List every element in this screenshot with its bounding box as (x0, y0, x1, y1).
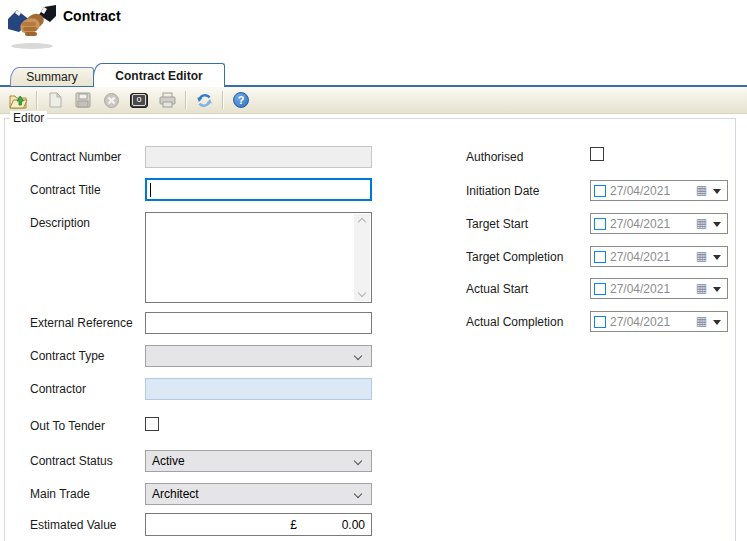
toolbar-separator (36, 91, 37, 109)
date-enable-checkbox[interactable] (594, 316, 606, 328)
calendar-icon: ▦ (696, 314, 707, 329)
toolbar: o ? (0, 87, 747, 114)
toolbar-separator (222, 91, 223, 109)
scroll-up-icon[interactable] (358, 218, 366, 226)
folder-open-up-icon (9, 92, 28, 109)
tab-contract-editor[interactable]: Contract Editor (93, 63, 225, 87)
tab-summary[interactable]: Summary (10, 67, 94, 86)
calendar-icon: ▦ (696, 281, 707, 296)
page-title: Contract (63, 8, 121, 24)
actual-start-value: 27/04/2021 (610, 282, 670, 296)
record-icon: o (130, 93, 148, 108)
dropdown-arrow-icon[interactable] (713, 189, 721, 194)
out-to-tender-checkbox[interactable] (145, 417, 159, 431)
estimated-value-field[interactable]: £ 0.00 (145, 513, 372, 536)
calendar-icon: ▦ (696, 249, 707, 264)
tab-summary-label: Summary (26, 70, 77, 84)
save-icon (75, 92, 91, 108)
contract-type-dropdown[interactable] (145, 345, 372, 367)
dropdown-arrow-icon[interactable] (713, 287, 721, 292)
record-button[interactable]: o (126, 89, 152, 111)
contract-status-value: Active (152, 454, 185, 468)
target-completion-value: 27/04/2021 (610, 250, 670, 264)
refresh-button[interactable] (191, 89, 217, 111)
target-completion-picker[interactable]: 27/04/2021 ▦ (590, 246, 728, 267)
date-enable-checkbox[interactable] (594, 251, 606, 263)
dropdown-arrow-icon[interactable] (713, 320, 721, 325)
authorised-checkbox[interactable] (590, 147, 604, 161)
date-enable-checkbox[interactable] (594, 218, 606, 230)
target-start-picker[interactable]: 27/04/2021 ▦ (590, 213, 728, 234)
chevron-down-icon (354, 490, 362, 498)
new-document-icon (48, 92, 63, 108)
external-reference-label: External Reference (30, 316, 133, 330)
authorised-label: Authorised (466, 150, 523, 164)
open-button[interactable] (5, 89, 31, 111)
contract-status-dropdown[interactable]: Active (145, 450, 372, 472)
description-label: Description (30, 216, 90, 230)
target-completion-label: Target Completion (466, 250, 563, 264)
actual-completion-picker[interactable]: 27/04/2021 ▦ (590, 311, 728, 332)
actual-start-label: Actual Start (466, 282, 528, 296)
calendar-icon: ▦ (696, 216, 707, 231)
contract-number-label: Contract Number (30, 150, 121, 164)
currency-symbol: £ (290, 518, 297, 532)
dropdown-arrow-icon[interactable] (713, 255, 721, 260)
help-button[interactable]: ? (228, 89, 254, 111)
out-to-tender-label: Out To Tender (30, 419, 105, 433)
dropdown-arrow-icon[interactable] (713, 222, 721, 227)
contract-status-label: Contract Status (30, 454, 113, 468)
refresh-icon (196, 92, 213, 109)
cancel-button (98, 89, 124, 111)
record-icon-glyph: o (132, 94, 145, 106)
main-trade-label: Main Trade (30, 487, 90, 501)
main-trade-dropdown[interactable]: Architect (145, 483, 372, 505)
actual-start-picker[interactable]: 27/04/2021 ▦ (590, 278, 728, 299)
print-button (154, 89, 180, 111)
contract-type-label: Contract Type (30, 349, 104, 363)
estimated-value-amount: 0.00 (342, 518, 365, 532)
text-caret (150, 183, 151, 197)
cancel-icon (103, 92, 120, 109)
target-start-label: Target Start (466, 217, 528, 231)
actual-completion-value: 27/04/2021 (610, 315, 670, 329)
contract-editor-window: Contract Summary Contract Editor (0, 0, 747, 541)
contract-title-field[interactable] (145, 178, 372, 201)
estimated-value-label: Estimated Value (30, 518, 117, 532)
editor-group-label: Editor (10, 111, 47, 125)
description-scrollbar[interactable] (354, 214, 370, 301)
initiation-date-label: Initiation Date (466, 184, 539, 198)
contractor-label: Contractor (30, 382, 86, 396)
chevron-down-icon (354, 352, 362, 360)
toolbar-separator (185, 91, 186, 109)
contract-title-label: Contract Title (30, 183, 101, 197)
initiation-date-value: 27/04/2021 (610, 184, 670, 198)
actual-completion-label: Actual Completion (466, 315, 563, 329)
chevron-down-icon (354, 457, 362, 465)
calendar-icon: ▦ (696, 183, 707, 198)
new-button (42, 89, 68, 111)
handshake-icon (8, 3, 56, 50)
help-icon: ? (233, 92, 249, 108)
date-enable-checkbox[interactable] (594, 283, 606, 295)
tab-contract-editor-label: Contract Editor (115, 69, 202, 83)
contractor-field (145, 378, 372, 400)
external-reference-field[interactable] (145, 312, 372, 334)
description-field[interactable] (145, 212, 372, 303)
initiation-date-picker[interactable]: 27/04/2021 ▦ (590, 180, 728, 201)
target-start-value: 27/04/2021 (610, 217, 670, 231)
save-button (70, 89, 96, 111)
contract-number-field (145, 146, 372, 168)
main-trade-value: Architect (152, 487, 199, 501)
print-icon (159, 92, 176, 108)
scroll-down-icon[interactable] (358, 289, 366, 297)
date-enable-checkbox[interactable] (594, 185, 606, 197)
